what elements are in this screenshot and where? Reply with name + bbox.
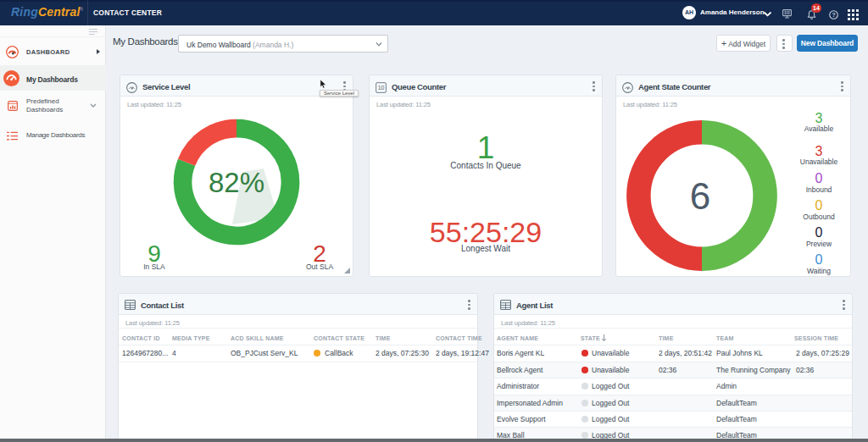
svg-text:10: 10 <box>378 85 385 91</box>
svg-text:?: ? <box>832 12 835 18</box>
